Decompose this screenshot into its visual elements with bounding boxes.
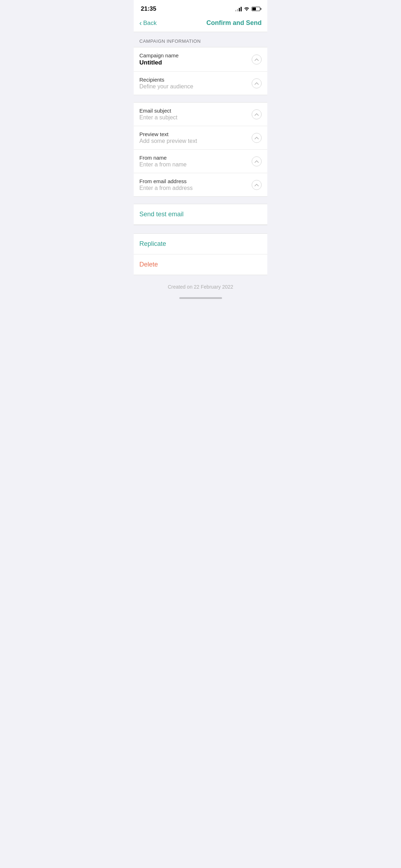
- send-test-email-label: Send test email: [139, 211, 184, 218]
- email-subject-row[interactable]: Email subject Enter a subject: [134, 103, 267, 126]
- back-chevron-icon: ‹: [139, 19, 142, 26]
- campaign-section-header: CAMPAIGN INFORMATION: [134, 32, 267, 47]
- battery-icon: [252, 7, 260, 11]
- home-indicator-bar: [179, 297, 222, 299]
- signal-bars-icon: [235, 6, 242, 11]
- section-gap-3: [134, 225, 267, 233]
- recipients-chevron-icon[interactable]: [252, 78, 262, 88]
- campaign-name-chevron-icon[interactable]: [252, 55, 262, 64]
- campaign-card-group: Campaign name Untitled Recipients Define…: [134, 47, 267, 95]
- section-gap-2: [134, 197, 267, 204]
- recipients-placeholder: Define your audience: [139, 83, 252, 90]
- preview-text-chevron-icon[interactable]: [252, 133, 262, 143]
- delete-row[interactable]: Delete: [134, 254, 267, 275]
- campaign-section-label: CAMPAIGN INFORMATION: [139, 38, 201, 44]
- from-email-placeholder: Enter a from address: [139, 185, 252, 191]
- email-subject-content: Email subject Enter a subject: [139, 108, 252, 121]
- created-date: Created on 22 February 2022: [168, 284, 233, 290]
- from-email-label: From email address: [139, 178, 252, 184]
- recipients-content: Recipients Define your audience: [139, 77, 252, 90]
- from-email-chevron-icon[interactable]: [252, 180, 262, 190]
- from-name-row[interactable]: From name Enter a from name: [134, 150, 267, 173]
- preview-text-row[interactable]: Preview text Add some preview text: [134, 126, 267, 150]
- from-name-content: From name Enter a from name: [139, 155, 252, 168]
- status-icons: [235, 6, 260, 12]
- section-gap-1: [134, 95, 267, 102]
- recipients-label: Recipients: [139, 77, 252, 83]
- delete-label: Delete: [139, 261, 158, 268]
- status-bar: 21:35: [134, 0, 267, 16]
- back-button[interactable]: ‹ Back: [139, 20, 156, 27]
- from-name-label: From name: [139, 155, 252, 161]
- replicate-label: Replicate: [139, 240, 166, 247]
- from-name-chevron-icon[interactable]: [252, 156, 262, 166]
- email-subject-label: Email subject: [139, 108, 252, 114]
- replicate-row[interactable]: Replicate: [134, 234, 267, 254]
- footer: Created on 22 February 2022: [134, 275, 267, 294]
- back-label: Back: [143, 20, 157, 27]
- campaign-name-content: Campaign name Untitled: [139, 52, 252, 66]
- page-title: Confirm and Send: [156, 19, 262, 27]
- from-email-content: From email address Enter a from address: [139, 178, 252, 191]
- home-indicator: [134, 294, 267, 300]
- nav-bar: ‹ Back Confirm and Send: [134, 16, 267, 32]
- preview-text-placeholder: Add some preview text: [139, 138, 252, 144]
- email-subject-placeholder: Enter a subject: [139, 114, 252, 121]
- from-email-row[interactable]: From email address Enter a from address: [134, 173, 267, 196]
- preview-text-label: Preview text: [139, 131, 252, 137]
- replicate-delete-section: Replicate Delete: [134, 233, 267, 275]
- preview-text-content: Preview text Add some preview text: [139, 131, 252, 144]
- wifi-icon: [244, 6, 250, 12]
- send-test-section: Send test email: [134, 204, 267, 225]
- campaign-name-value: Untitled: [139, 59, 252, 66]
- send-test-email-row[interactable]: Send test email: [134, 204, 267, 224]
- from-name-placeholder: Enter a from name: [139, 161, 252, 168]
- campaign-name-row[interactable]: Campaign name Untitled: [134, 47, 267, 72]
- status-time: 21:35: [141, 5, 156, 12]
- email-card-group: Email subject Enter a subject Preview te…: [134, 102, 267, 197]
- email-subject-chevron-icon[interactable]: [252, 109, 262, 119]
- campaign-name-label: Campaign name: [139, 52, 252, 58]
- recipients-row[interactable]: Recipients Define your audience: [134, 72, 267, 95]
